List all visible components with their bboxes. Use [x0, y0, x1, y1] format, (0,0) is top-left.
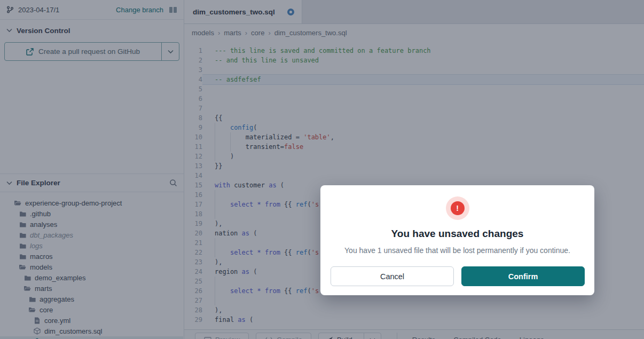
cancel-button[interactable]: Cancel	[331, 266, 454, 286]
modal-body-text: You have 1 unsaved file that will be los…	[320, 246, 594, 255]
alert-icon-halo: !	[446, 196, 469, 220]
dbt-ide-window: 2023-04-17/1 Change branch Version Contr…	[0, 0, 644, 339]
modal-title: You have unsaved changes	[320, 228, 594, 240]
confirm-button[interactable]: Confirm	[461, 266, 585, 286]
unsaved-changes-modal: ! You have unsaved changes You have 1 un…	[320, 185, 594, 295]
alert-exclamation-icon: !	[451, 201, 465, 215]
modal-actions: Cancel Confirm	[320, 266, 594, 286]
